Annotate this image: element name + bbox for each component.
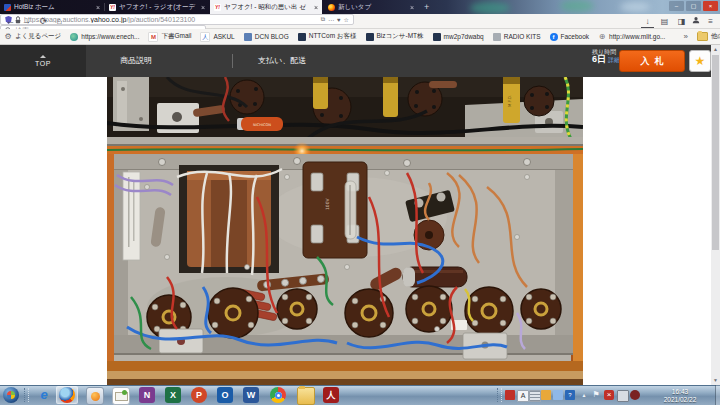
tab-top[interactable]: TOP <box>0 45 86 77</box>
home-button[interactable]: ⌂ <box>53 15 66 28</box>
new-tab-button[interactable]: + <box>424 1 429 13</box>
tab-payment-shipping[interactable]: 支払い、配送 <box>258 45 306 77</box>
fuse-holder: 100V <box>303 162 367 258</box>
excel-icon[interactable] <box>165 387 181 403</box>
printer-tray-icon[interactable] <box>617 390 629 402</box>
tab-close-icon[interactable]: × <box>410 4 414 11</box>
security-alert-icon[interactable] <box>604 390 614 400</box>
scrollbar-thumb[interactable] <box>712 55 719 250</box>
site-icon <box>70 33 78 41</box>
chrome-icon[interactable] <box>270 387 286 403</box>
bookmark-label: http://www.mlit.go... <box>609 33 665 40</box>
sidebar-icon[interactable]: ◨ <box>675 15 688 28</box>
watchlist-button[interactable]: ★ <box>689 50 711 72</box>
forward-button[interactable]: → <box>20 15 33 28</box>
scroll-up-arrow[interactable]: ▲ <box>711 45 720 54</box>
bookmark-item[interactable]: RADIO KITS <box>493 33 541 41</box>
volume-tray-icon[interactable] <box>630 390 640 400</box>
mail-icon[interactable] <box>112 387 130 405</box>
tab-hotbiz[interactable]: HotBiz ホーム × <box>0 0 104 14</box>
facebook-icon <box>550 33 558 41</box>
other-bookmarks-button[interactable]: 他のブックマーク <box>697 32 720 41</box>
internet-explorer-icon[interactable] <box>36 387 52 403</box>
tab-new-tab[interactable]: 新しいタブ × <box>324 0 418 14</box>
bookmark-label: ASKUL <box>213 33 234 40</box>
bid-button[interactable]: 入札 <box>619 50 685 72</box>
bookmark-label: Bizコンサ-MT株 <box>377 32 424 41</box>
start-button[interactable] <box>3 387 19 403</box>
close-button[interactable]: × <box>703 1 718 11</box>
askul-icon <box>200 32 210 42</box>
bookmarks-bar: よく見るページ https://www.enech... 下書Gmail ASK… <box>0 29 720 45</box>
bookmark-label: よく見るページ <box>15 32 61 41</box>
tab-close-icon[interactable]: × <box>201 4 205 11</box>
help-tray-icon[interactable] <box>565 390 575 400</box>
bookmark-label: DCN BLOG <box>255 33 289 40</box>
page-actions-icon[interactable]: ⋯ <box>328 16 334 23</box>
tab-close-icon[interactable]: × <box>314 4 318 11</box>
yahoo-auction-favicon <box>214 4 221 11</box>
capacitor-mfd-label: M.F.D. <box>507 95 512 107</box>
capacitor-brand-label: NICHICON <box>253 123 271 127</box>
scrollbar[interactable]: ▲ ▼ <box>711 45 720 385</box>
action-center-flag-icon[interactable] <box>591 390 601 400</box>
firefox-taskbar-icon[interactable] <box>59 387 75 403</box>
back-button[interactable]: ← <box>4 15 17 28</box>
ime-input-mode-icon[interactable] <box>517 390 529 402</box>
media-player-icon[interactable] <box>86 387 104 405</box>
site-icon <box>298 33 306 41</box>
bookmark-item[interactable]: NTTCom お客様 <box>298 32 357 41</box>
library-icon[interactable]: ▤ <box>658 15 671 28</box>
top-label: TOP <box>35 60 51 67</box>
auction-photo-radio-chassis: M.F.D. NICHICON <box>107 77 583 385</box>
language-bar-gripper <box>497 388 502 402</box>
pip-icon[interactable]: ⧉ <box>321 16 325 23</box>
time-left-block: 残り時間 6日詳細 <box>592 49 620 64</box>
bookmark-label: RADIO KITS <box>504 33 541 40</box>
tray-app-icon[interactable] <box>553 390 563 400</box>
taskbar-clock[interactable]: 16:43 2021/02/22 <box>650 388 710 404</box>
file-explorer-icon[interactable] <box>297 387 315 405</box>
ime-tools-icon[interactable] <box>541 390 551 400</box>
ime-keyboard-icon[interactable] <box>529 390 541 402</box>
bookmark-item[interactable]: よく見るページ <box>4 32 61 41</box>
bookmark-star-icon[interactable]: ☆ <box>344 16 349 23</box>
tab-title: ヤフオク! - 昭和の思い出 ゼ <box>224 3 309 12</box>
menu-icon[interactable]: ≡ <box>704 15 717 28</box>
clock-time: 16:43 <box>650 388 710 396</box>
site-icon <box>493 33 501 41</box>
bookmark-item[interactable]: http://www.mlit.go... <box>598 33 665 41</box>
acrobat-icon[interactable] <box>323 387 339 403</box>
tab-close-icon[interactable]: × <box>96 4 100 11</box>
hidden-icons-arrow[interactable] <box>579 390 589 400</box>
bookmark-item[interactable]: DCN BLOG <box>244 33 289 41</box>
bookmark-item[interactable]: mw2p7dwabq <box>433 33 484 41</box>
bookmark-item[interactable]: Facebook <box>550 33 590 41</box>
bookmarks-overflow-chevron[interactable]: » <box>683 32 687 41</box>
bookmark-item[interactable]: https://www.enech... <box>70 33 139 41</box>
powerpoint-icon[interactable] <box>191 387 207 403</box>
ime-tray-icon[interactable] <box>505 390 515 400</box>
tab-yahoo-auction-radio[interactable]: ヤフオク! - ラジオ(オーディ × <box>105 0 209 14</box>
maximize-button[interactable]: ▢ <box>686 1 701 11</box>
page-content: TOP 商品説明 支払い、配送 残り時間 6日詳細 入札 ★ <box>0 45 720 385</box>
tab-yahoo-auction-active[interactable]: ヤフオク! - 昭和の思い出 ゼ × <box>210 0 322 14</box>
show-desktop-button[interactable] <box>715 385 720 405</box>
minimize-button[interactable]: – <box>669 1 684 11</box>
tab-item-description[interactable]: 商品説明 <box>120 45 152 77</box>
outlook-icon[interactable] <box>217 387 233 403</box>
bookmark-item[interactable]: Bizコンサ-MT株 <box>366 32 424 41</box>
pocket-icon[interactable]: ♥ <box>337 17 341 23</box>
word-icon[interactable] <box>243 387 259 403</box>
scroll-down-arrow[interactable]: ▼ <box>711 376 720 385</box>
reload-button[interactable]: ⟳ <box>37 15 50 28</box>
bookmark-item[interactable]: 下書Gmail <box>148 32 191 42</box>
account-icon[interactable] <box>689 15 702 28</box>
bookmark-label: Facebook <box>561 33 590 40</box>
bookmark-item[interactable]: ASKUL <box>200 32 234 42</box>
paper-label <box>123 172 140 260</box>
star-icon: ★ <box>695 54 706 68</box>
chevron-up-icon <box>40 55 46 58</box>
onenote-icon[interactable] <box>139 387 155 403</box>
downloads-icon[interactable]: ↓ <box>641 16 654 28</box>
